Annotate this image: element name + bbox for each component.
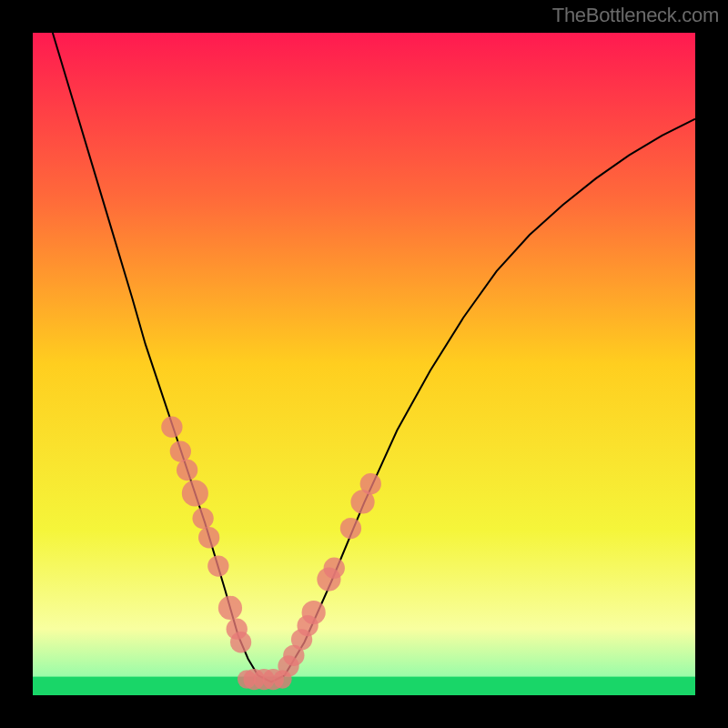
- data-marker: [324, 558, 345, 579]
- plot-area: [33, 33, 695, 695]
- data-marker: [182, 480, 208, 506]
- gradient-background: [33, 33, 695, 695]
- data-marker: [192, 508, 213, 529]
- data-marker: [340, 518, 361, 539]
- figure-frame: TheBottleneck.com: [0, 0, 728, 728]
- data-marker: [218, 596, 242, 620]
- data-marker: [207, 555, 228, 576]
- chart-svg: [33, 33, 695, 695]
- data-marker: [230, 632, 251, 652]
- data-marker: [302, 601, 326, 624]
- data-marker: [170, 440, 191, 461]
- data-marker: [198, 527, 219, 548]
- green-band: [33, 677, 695, 695]
- watermark-text: TheBottleneck.com: [552, 4, 719, 27]
- data-marker: [161, 417, 182, 438]
- data-marker: [177, 460, 197, 480]
- data-marker: [360, 473, 381, 494]
